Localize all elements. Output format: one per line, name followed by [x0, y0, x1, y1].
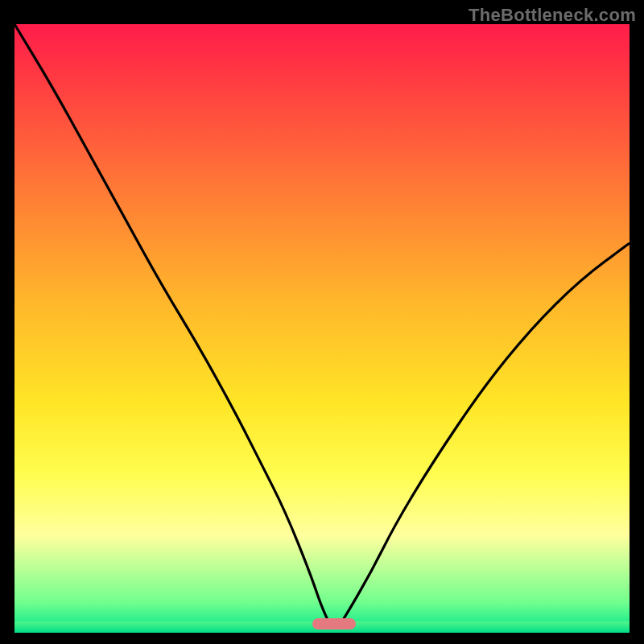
optimum-marker	[312, 618, 356, 630]
watermark-text: TheBottleneck.com	[469, 5, 636, 26]
chart-frame: TheBottleneck.com	[0, 0, 644, 644]
bottleneck-curve-svg	[14, 24, 630, 633]
bottleneck-curve-path	[14, 24, 630, 628]
plot-outer	[14, 24, 630, 633]
